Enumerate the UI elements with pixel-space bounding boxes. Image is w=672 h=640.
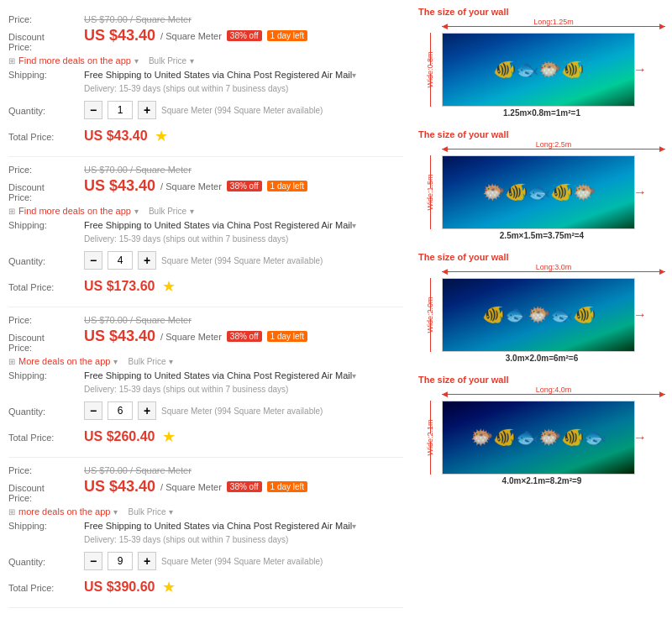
product-row-4: Price: US $70.00 / Square Meter Discount… xyxy=(8,458,403,608)
star-icon-3: ★ xyxy=(162,428,176,446)
total-label-3: Total Price: xyxy=(8,432,84,443)
shipping-text-3: Free Shipping to United States via China… xyxy=(84,370,352,380)
deals-dropdown-2[interactable]: ▾ xyxy=(134,207,139,216)
deals-anchor-1[interactable]: Find more deals on the app xyxy=(18,55,131,66)
pct-badge-1: 38% off xyxy=(227,30,262,41)
bulk-dropdown-2[interactable]: ▾ xyxy=(190,207,194,216)
pct-badge-2: 38% off xyxy=(227,181,262,191)
discount-price-4: US $43.40 xyxy=(84,478,155,496)
deals-link-4: ⊞ more deals on the app ▾ Bulk Price ▾ xyxy=(8,506,403,517)
quantity-row-3: Quantity: − + Square Meter (994 Square M… xyxy=(8,398,403,423)
qty-minus-4[interactable]: − xyxy=(84,552,102,570)
total-row-2: Total Price: US $173.60 ★ xyxy=(8,275,403,296)
quantity-row-4: Quantity: − + Square Meter (994 Square M… xyxy=(8,548,403,574)
original-price-3: US $70.00 / Square Meter xyxy=(84,315,192,325)
shipping-dropdown-2[interactable]: ▾ xyxy=(352,221,356,230)
original-price-1: US $70.00 / Square Meter xyxy=(84,14,192,24)
discount-price-line-3: US $43.40 / Square Meter 38% off 1 day l… xyxy=(84,328,307,345)
per-unit-1: / Square Meter xyxy=(160,31,222,41)
qty-input-3[interactable] xyxy=(108,401,133,420)
delivery-text-2: Delivery: 15-39 days (ships out within 7… xyxy=(84,234,288,244)
discount-price-2: US $43.40 xyxy=(84,177,155,195)
price-label-4: Price: xyxy=(8,464,84,475)
shipping-row-1: Shipping: Free Shipping to United States… xyxy=(8,69,403,94)
quantity-row-1: Quantity: − + Square Meter (994 Square M… xyxy=(8,97,403,123)
time-badge-4: 1 day left xyxy=(267,481,308,492)
qty-note-3: Square Meter (994 Square Meter available… xyxy=(161,407,323,416)
bulk-price-1[interactable]: Bulk Price xyxy=(149,56,186,66)
arrow-right-4: → xyxy=(633,430,647,445)
wall-section-2: The size of your wall ◀ ▶ Long:2.5m Wide… xyxy=(418,129,665,240)
qty-plus-1[interactable]: + xyxy=(138,101,156,119)
total-price-3: US $260.40 xyxy=(84,429,155,444)
product-row-1: Price: US $70.00 / Square Meter Discount… xyxy=(8,7,403,157)
qty-note-1: Square Meter (994 Square Meter available… xyxy=(161,106,323,115)
deals-anchor-4[interactable]: more deals on the app xyxy=(18,506,110,517)
shipping-dropdown-3[interactable]: ▾ xyxy=(352,371,356,380)
star-icon-2: ★ xyxy=(162,277,176,296)
barcode-icon-3: ⊞ xyxy=(8,357,15,366)
delivery-text-4: Delivery: 15-39 days (ships out within 7… xyxy=(84,535,288,544)
shipping-label-4: Shipping: xyxy=(8,520,84,531)
price-row-1: Price: US $70.00 / Square Meter xyxy=(8,13,403,24)
deals-anchor-3[interactable]: More deals on the app xyxy=(18,356,110,366)
qty-input-1[interactable] xyxy=(108,101,133,119)
deals-anchor-2[interactable]: Find more deals on the app xyxy=(18,206,131,216)
bulk-price-2[interactable]: Bulk Price xyxy=(149,207,186,216)
discount-row-2: DiscountPrice: US $43.40 / Square Meter … xyxy=(8,177,403,202)
total-price-2: US $173.60 xyxy=(84,279,155,294)
price-label-1: Price: xyxy=(8,13,84,24)
shipping-label-3: Shipping: xyxy=(8,370,84,380)
qty-input-2[interactable] xyxy=(108,251,133,270)
shipping-row-2: Shipping: Free Shipping to United States… xyxy=(8,219,403,244)
total-price-4: US $390.60 xyxy=(84,580,155,595)
total-row-1: Total Price: US $43.40 ★ xyxy=(8,125,403,145)
qty-plus-4[interactable]: + xyxy=(138,552,156,570)
bulk-dropdown-1[interactable]: ▾ xyxy=(190,56,194,66)
formula-3: 3.0m×2.0m=6m²=6 xyxy=(418,354,665,363)
qty-plus-2[interactable]: + xyxy=(138,251,156,270)
shipping-dropdown-1[interactable]: ▾ xyxy=(352,71,356,80)
discount-row-3: DiscountPrice: US $43.40 / Square Meter … xyxy=(8,328,403,353)
long-label-2: Long:2.5m xyxy=(536,140,572,149)
bulk-dropdown-3[interactable]: ▾ xyxy=(169,357,173,366)
total-label-1: Total Price: xyxy=(8,131,84,142)
per-unit-3: / Square Meter xyxy=(160,332,222,342)
bulk-dropdown-4[interactable]: ▾ xyxy=(169,507,173,517)
time-badge-3: 1 day left xyxy=(267,331,308,342)
deals-dropdown-1[interactable]: ▾ xyxy=(134,56,139,66)
right-panel: The size of your wall ◀ ▶ Long:1.25m Wid… xyxy=(412,0,672,615)
star-icon-1: ★ xyxy=(155,127,168,145)
time-badge-1: 1 day left xyxy=(267,30,308,41)
product-row-2: Price: US $70.00 / Square Meter Discount… xyxy=(8,157,403,307)
fish-2: 🐡🐠🐟🐠🐡 xyxy=(482,181,596,203)
shipping-label-2: Shipping: xyxy=(8,219,84,230)
qty-input-4[interactable] xyxy=(108,552,133,570)
qty-plus-3[interactable]: + xyxy=(138,401,156,420)
qty-minus-3[interactable]: − xyxy=(84,401,102,420)
qty-controls-4: − + Square Meter (994 Square Meter avail… xyxy=(84,552,323,570)
per-unit-4: / Square Meter xyxy=(160,482,222,492)
shipping-dropdown-4[interactable]: ▾ xyxy=(352,522,356,531)
long-label-1: Long:1.25m xyxy=(533,18,574,26)
wall-title-2: The size of your wall xyxy=(418,129,665,139)
shipping-row-3: Shipping: Free Shipping to United States… xyxy=(8,370,403,395)
discount-row-1: DiscountPrice: US $43.40 / Square Meter … xyxy=(8,27,403,52)
ocean-image-1: 🐠🐟🐡🐠 xyxy=(442,33,635,107)
qty-minus-1[interactable]: − xyxy=(84,101,102,119)
qty-label-3: Quantity: xyxy=(8,406,84,417)
deals-link-2: ⊞ Find more deals on the app ▾ Bulk Pric… xyxy=(8,206,403,216)
formula-4: 4.0m×2.1m=8.2m²=9 xyxy=(418,476,665,485)
qty-note-2: Square Meter (994 Square Meter available… xyxy=(161,256,323,265)
bulk-price-3[interactable]: Bulk Price xyxy=(128,357,165,366)
wall-title-3: The size of your wall xyxy=(418,252,665,262)
bulk-price-4[interactable]: Bulk Price xyxy=(128,507,165,517)
delivery-text-3: Delivery: 15-39 days (ships out within 7… xyxy=(84,385,288,394)
deals-dropdown-4[interactable]: ▾ xyxy=(113,507,118,517)
shipping-label-1: Shipping: xyxy=(8,69,84,80)
discount-label-3: DiscountPrice: xyxy=(8,332,84,353)
qty-label-2: Quantity: xyxy=(8,255,84,266)
deals-dropdown-3[interactable]: ▾ xyxy=(113,357,118,366)
barcode-icon-2: ⊞ xyxy=(8,207,15,216)
qty-minus-2[interactable]: − xyxy=(84,251,102,270)
